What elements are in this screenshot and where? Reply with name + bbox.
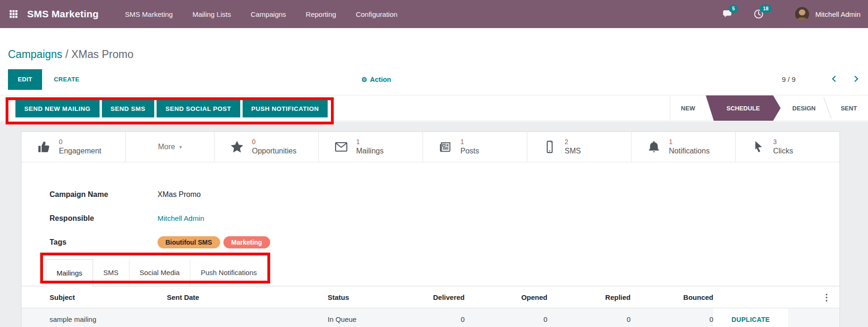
column-sent-date[interactable]: Sent Date xyxy=(167,293,328,301)
menu-campaigns[interactable]: Campaigns xyxy=(251,10,286,18)
field-campaign-name: Campaign Name XMas Promo xyxy=(50,188,839,201)
responsible-link[interactable]: Mitchell Admin xyxy=(158,214,204,223)
field-responsible: Responsible Mitchell Admin xyxy=(50,211,839,225)
stat-button-sms[interactable]: 2SMS xyxy=(527,132,631,162)
stat-label: Clicks xyxy=(773,146,793,156)
column-subject[interactable]: Subject xyxy=(50,293,167,301)
cell-delivered: 0 xyxy=(398,315,465,323)
breadcrumb-current: XMas Promo xyxy=(72,48,134,60)
stat-button-engagement[interactable]: 0Engagement xyxy=(22,132,126,162)
tag-bioutifoul-sms: Bioutifoul SMS xyxy=(158,236,220,248)
tab-mailings[interactable]: Mailings xyxy=(46,259,93,286)
column-delivered[interactable]: Delivered xyxy=(398,293,465,301)
chevron-down-icon: ▾ xyxy=(179,144,182,150)
pager: 9 / 9 xyxy=(782,75,860,84)
field-label: Campaign Name xyxy=(50,190,158,199)
stat-label: SMS xyxy=(565,146,581,156)
stat-label: Engagement xyxy=(59,146,101,156)
column-bounced[interactable]: Bounced xyxy=(631,293,713,301)
create-button[interactable]: CREATE xyxy=(54,76,79,83)
action-menu[interactable]: ⚙ Action xyxy=(361,76,391,83)
main-menu: SMS Marketing Mailing Lists Campaigns Re… xyxy=(125,10,397,18)
user-menu[interactable]: Mitchell Admin xyxy=(815,10,861,18)
field-tags: Tags Bioutifoul SMS Marketing xyxy=(50,235,839,249)
cell-status: In Queue xyxy=(328,315,398,323)
form-sheet: 0Engagement More ▾ 0Opportunities 1Maili… xyxy=(21,131,840,327)
chevron-right-icon xyxy=(852,75,860,84)
activities-badge: 18 xyxy=(760,5,772,13)
notebook-tabs: Mailings SMS Social Media Push Notificat… xyxy=(22,259,839,286)
stat-label: Mailings xyxy=(356,146,384,156)
activities-menu[interactable]: 18 xyxy=(753,8,764,20)
stage-schedule-active[interactable]: SCHEDULE xyxy=(706,95,781,121)
pager-count: 9 / 9 xyxy=(782,75,796,83)
chevron-left-icon xyxy=(830,75,838,84)
stat-label: Notifications xyxy=(669,146,710,156)
column-replied[interactable]: Replied xyxy=(547,293,631,301)
apps-grid-icon[interactable] xyxy=(7,8,20,20)
menu-mailing-lists[interactable]: Mailing Lists xyxy=(193,10,231,18)
stage-pipeline: NEW SCHEDULE DESIGN SENT xyxy=(670,95,868,121)
stat-label: Posts xyxy=(460,146,479,156)
statusbar: SEND NEW MAILING SEND SMS SEND SOCIAL PO… xyxy=(0,95,868,121)
optional-columns-kebab-icon[interactable]: ⋮ xyxy=(814,292,839,303)
breadcrumb-campaigns-link[interactable]: Campaigns xyxy=(8,48,62,60)
star-icon xyxy=(230,140,244,154)
mobile-icon xyxy=(543,140,557,154)
tag-list: Bioutifoul SMS Marketing xyxy=(158,236,270,248)
stage-sent[interactable]: SENT xyxy=(830,95,868,121)
campaign-name-value: XMas Promo xyxy=(158,190,201,199)
thumbs-up-icon xyxy=(37,140,51,154)
table-header: Subject Sent Date Status Delivered Opene… xyxy=(22,286,839,308)
column-opened[interactable]: Opened xyxy=(465,293,547,301)
cell-replied: 0 xyxy=(547,315,631,323)
stat-button-posts[interactable]: 1Posts xyxy=(423,132,527,162)
gear-icon: ⚙ xyxy=(361,76,367,83)
menu-sms-marketing[interactable]: SMS Marketing xyxy=(125,10,173,18)
stat-button-mailings[interactable]: 1Mailings xyxy=(319,132,423,162)
send-social-post-button[interactable]: SEND SOCIAL POST xyxy=(157,100,240,117)
stat-button-notifications[interactable]: 1Notifications xyxy=(631,132,736,162)
cell-opened: 0 xyxy=(465,315,547,323)
menu-reporting[interactable]: Reporting xyxy=(306,10,336,18)
stage-design[interactable]: DESIGN xyxy=(782,95,825,121)
envelope-icon xyxy=(334,140,348,154)
cursor-icon xyxy=(751,140,765,154)
stat-button-more[interactable]: More ▾ xyxy=(126,132,215,162)
edit-button[interactable]: EDIT xyxy=(8,69,42,90)
tab-social-media[interactable]: Social Media xyxy=(129,259,191,286)
table-row[interactable]: sample mailing In Queue 0 0 0 0 DUPLICAT… xyxy=(22,308,839,327)
messages-menu[interactable]: 5 xyxy=(722,8,733,20)
stage-new[interactable]: NEW xyxy=(670,95,706,121)
stat-value: 1 xyxy=(669,138,710,146)
navbar-systray: 5 18 Mitchell Admin xyxy=(722,7,861,21)
column-status[interactable]: Status xyxy=(328,293,398,301)
tab-push-notifications[interactable]: Push Notifications xyxy=(190,259,267,286)
cell-subject: sample mailing xyxy=(50,315,167,323)
push-notification-button[interactable]: PUSH NOTIFICATION xyxy=(243,100,328,117)
stat-button-clicks[interactable]: 3Clicks xyxy=(736,132,839,162)
stat-button-opportunities[interactable]: 0Opportunities xyxy=(215,132,319,162)
stat-value: 2 xyxy=(565,138,581,146)
user-avatar[interactable] xyxy=(795,7,809,21)
send-new-mailing-button[interactable]: SEND NEW MAILING xyxy=(15,100,100,117)
cell-bounced: 0 xyxy=(631,315,713,323)
sms-marketing-app: SMS Marketing SMS Marketing Mailing List… xyxy=(0,0,868,327)
app-title[interactable]: SMS Marketing xyxy=(27,8,99,20)
tab-sms[interactable]: SMS xyxy=(93,259,129,286)
bell-icon xyxy=(647,140,661,154)
statusbar-buttons: SEND NEW MAILING SEND SMS SEND SOCIAL PO… xyxy=(15,100,328,117)
top-navbar: SMS Marketing SMS Marketing Mailing List… xyxy=(0,0,868,28)
breadcrumb-separator: / xyxy=(65,48,72,60)
pager-next-button[interactable] xyxy=(852,75,860,84)
stat-value: 0 xyxy=(252,138,296,146)
stat-button-row: 0Engagement More ▾ 0Opportunities 1Maili… xyxy=(22,132,839,162)
stat-value: 1 xyxy=(356,138,384,146)
send-sms-button[interactable]: SEND SMS xyxy=(102,100,155,117)
pager-previous-button[interactable] xyxy=(830,75,838,84)
menu-configuration[interactable]: Configuration xyxy=(356,10,397,18)
field-label: Responsible xyxy=(50,214,158,223)
newspaper-icon xyxy=(438,140,452,154)
form-fields: Campaign Name XMas Promo Responsible Mit… xyxy=(22,162,839,249)
duplicate-button[interactable]: DUPLICATE xyxy=(732,316,770,323)
